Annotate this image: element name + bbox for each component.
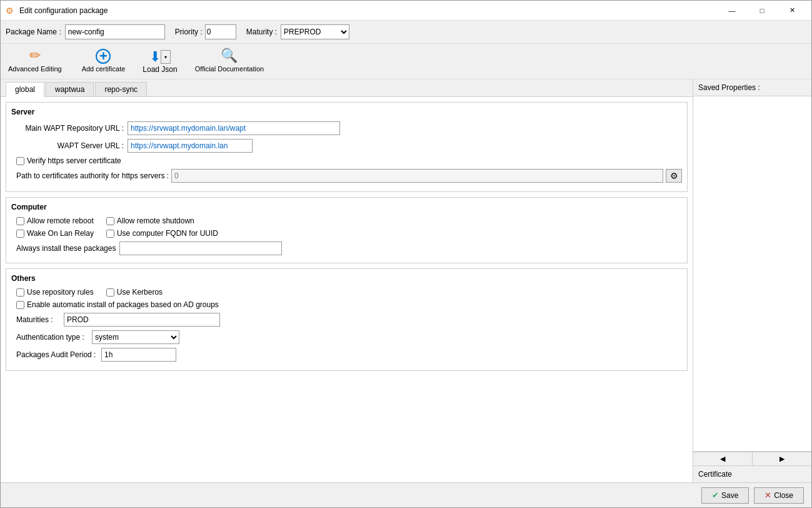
bottom-bar: ✔ Save ✕ Close: [1, 482, 811, 507]
others-checkbox-row-1: Use repository rules Use Kerberos: [16, 288, 682, 297]
load-json-button[interactable]: ⬇: [149, 49, 161, 65]
save-label: Save: [721, 491, 738, 500]
computer-fqdn-checkbox[interactable]: [106, 230, 114, 238]
verify-https-label: Verify https server certificate: [27, 156, 121, 165]
nav-right-button[interactable]: ▶: [753, 452, 811, 465]
wake-on-lan-checkbox[interactable]: [16, 230, 24, 238]
allow-shutdown-label: Allow remote shutdown: [117, 216, 194, 225]
allow-reboot-item: Allow remote reboot: [16, 216, 94, 225]
official-doc-label: Official Documentation: [195, 65, 264, 73]
audit-period-label: Packages Audit Period :: [16, 350, 98, 359]
wapt-repo-url-input[interactable]: [128, 121, 340, 135]
priority-label: Priority :: [175, 28, 203, 36]
allow-shutdown-checkbox[interactable]: [106, 217, 114, 225]
save-icon: ✔: [712, 490, 719, 500]
main-window: ⚙ Edit configuration package — □ ✕ Packa…: [0, 0, 812, 508]
auth-type-row: Authentication type : system certificate…: [16, 330, 682, 344]
always-install-input[interactable]: [119, 241, 282, 255]
others-section-title: Others: [11, 274, 682, 283]
maturities-row: Maturities :: [16, 313, 682, 327]
priority-group: Priority :: [175, 24, 236, 39]
tab-global[interactable]: global: [6, 82, 44, 97]
action-toolbar: ✏ Advanced Editing + Add certificate ⬇ ▾…: [1, 44, 811, 79]
audit-period-row: Packages Audit Period :: [16, 348, 682, 362]
close-button[interactable]: ✕ Close: [754, 487, 804, 504]
audit-period-input[interactable]: [101, 348, 176, 362]
window-title: Edit configuration package: [19, 6, 718, 15]
cert-path-input[interactable]: [171, 169, 663, 183]
tab-repo-sync[interactable]: repo-sync: [95, 82, 147, 96]
advanced-editing-button[interactable]: ✏ Advanced Editing: [6, 46, 64, 74]
enable-ad-groups-row: Enable automatic install of packages bas…: [16, 300, 682, 309]
download-icon: ⬇: [149, 49, 161, 65]
cert-path-row: Path to certificates authority for https…: [16, 169, 682, 183]
certificate-label: Certificate: [698, 470, 732, 479]
wapt-repo-url-label: Main WAPT Repository URL :: [11, 124, 124, 133]
close-icon: ✕: [764, 490, 771, 500]
edit-icon: ✏: [29, 48, 41, 64]
maturity-group: Maturity : PREPROD PROD DEV: [246, 24, 349, 39]
wake-on-lan-label: Wake On Lan Relay: [27, 229, 94, 238]
allow-reboot-label: Allow remote reboot: [27, 216, 94, 225]
wapt-repo-url-row: Main WAPT Repository URL :: [11, 121, 682, 135]
package-toolbar: Package Name : Priority : Maturity : PRE…: [1, 21, 811, 44]
wapt-server-url-row: WAPT Server URL :: [11, 139, 682, 153]
priority-input[interactable]: [205, 24, 236, 39]
add-certificate-button[interactable]: + Add certificate: [79, 48, 128, 74]
load-json-top: ⬇ ▾: [149, 49, 171, 65]
others-section: Others Use repository rules Use Kerberos: [6, 268, 688, 371]
window-close-button[interactable]: ✕: [778, 1, 806, 21]
allow-reboot-checkbox[interactable]: [16, 217, 24, 225]
allow-shutdown-item: Allow remote shutdown: [106, 216, 194, 225]
always-install-row: Always install these packages: [16, 241, 682, 255]
computer-section-title: Computer: [11, 203, 682, 211]
search-icon: 🔍: [221, 48, 238, 64]
cert-path-label: Path to certificates authority for https…: [16, 171, 169, 180]
computer-section: Computer Allow remote reboot Allow remot…: [6, 197, 688, 263]
nav-left-button[interactable]: ◀: [693, 452, 753, 465]
always-install-label: Always install these packages: [16, 244, 116, 253]
enable-ad-groups-checkbox[interactable]: [16, 301, 24, 309]
verify-https-checkbox[interactable]: [16, 157, 24, 165]
wapt-server-url-label: WAPT Server URL :: [11, 141, 124, 150]
use-repo-rules-checkbox[interactable]: [16, 288, 24, 297]
maturities-label: Maturities :: [16, 315, 60, 324]
load-json-wrapper: ⬇ ▾ Load Json: [143, 49, 177, 74]
minimize-button[interactable]: —: [718, 1, 746, 21]
verify-https-row: Verify https server certificate: [16, 156, 682, 165]
title-bar-buttons: — □ ✕: [718, 1, 806, 21]
use-repo-rules-label: Use repository rules: [27, 288, 94, 297]
maximize-button[interactable]: □: [748, 1, 776, 21]
enable-ad-groups-label: Enable automatic install of packages bas…: [27, 300, 219, 309]
add-certificate-label: Add certificate: [82, 65, 126, 73]
computer-checkbox-row-1: Allow remote reboot Allow remote shutdow…: [16, 216, 682, 225]
save-button[interactable]: ✔ Save: [701, 487, 749, 504]
package-name-input[interactable]: [65, 24, 165, 39]
use-repo-rules-item: Use repository rules: [16, 288, 94, 297]
maturity-select[interactable]: PREPROD PROD DEV: [281, 24, 349, 39]
title-bar: ⚙ Edit configuration package — □ ✕: [1, 1, 811, 21]
auth-type-select[interactable]: system certificate kerberos: [92, 330, 179, 344]
maturities-input[interactable]: [64, 313, 220, 327]
official-doc-button[interactable]: 🔍 Official Documentation: [193, 46, 266, 74]
package-name-group: Package Name :: [6, 24, 165, 39]
saved-props-list[interactable]: [693, 96, 811, 452]
use-kerberos-checkbox[interactable]: [106, 288, 114, 297]
wapt-server-url-input[interactable]: [128, 139, 253, 153]
use-kerberos-label: Use Kerberos: [117, 288, 163, 297]
form-content: Server Main WAPT Repository URL : WAPT S…: [1, 97, 693, 482]
load-json-dropdown-arrow[interactable]: ▾: [161, 50, 171, 64]
auth-type-label: Authentication type :: [16, 333, 88, 342]
server-section-title: Server: [11, 108, 682, 116]
main-panel: global waptwua repo-sync Server Main WAP…: [1, 79, 693, 482]
cert-path-gear-button[interactable]: ⚙: [666, 169, 682, 183]
tabs-bar: global waptwua repo-sync: [1, 79, 693, 97]
right-panel: Saved Properties : ◀ ▶ Certificate: [693, 79, 811, 482]
app-icon: ⚙: [6, 6, 16, 16]
use-kerberos-item: Use Kerberos: [106, 288, 163, 297]
right-panel-nav: ◀ ▶: [693, 452, 811, 465]
tab-waptwua[interactable]: waptwua: [46, 82, 94, 96]
close-label: Close: [774, 491, 793, 500]
add-certificate-icon: +: [96, 49, 111, 64]
package-name-label: Package Name :: [6, 28, 61, 36]
